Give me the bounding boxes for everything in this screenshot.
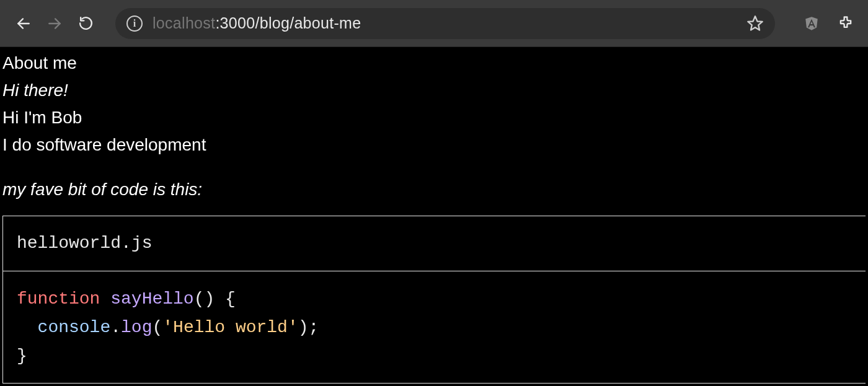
token-log: log [121, 318, 152, 337]
intro-line: Hi I'm Bob [2, 104, 866, 131]
forward-button[interactable] [45, 14, 64, 33]
url-path: :3000/blog/about-me [215, 14, 361, 32]
blank-line [2, 159, 866, 176]
arrow-left-icon [16, 15, 32, 32]
token-indent [17, 318, 38, 337]
token-brace-close: } [17, 346, 27, 366]
token-parens: () [194, 289, 215, 309]
svg-marker-2 [748, 16, 762, 30]
puzzle-icon [837, 15, 854, 32]
token-keyword: function [17, 289, 100, 309]
job-line: I do software development [2, 131, 866, 159]
url-host: localhost [153, 14, 215, 32]
page-title: About me [2, 50, 866, 77]
address-bar[interactable]: i localhost:3000/blog/about-me [115, 8, 775, 39]
token-dot: . [110, 318, 121, 337]
greeting-line: Hi there! [2, 77, 866, 104]
token-call-close: ) [298, 318, 309, 337]
shield-a-icon [804, 15, 820, 32]
token-function-name: sayHello [110, 289, 193, 309]
code-filename: helloworld.js [2, 216, 866, 271]
page-content: About me Hi there! Hi I'm Bob I do softw… [0, 47, 868, 386]
angular-devtools-icon[interactable] [804, 15, 820, 32]
extensions-button[interactable] [837, 15, 854, 32]
code-body: function sayHello() { console.log('Hello… [2, 271, 866, 383]
reload-button[interactable] [76, 14, 95, 33]
token-semicolon: ; [309, 318, 319, 337]
reload-icon [78, 15, 94, 31]
token-call-open: ( [152, 318, 162, 337]
code-block: helloworld.js function sayHello() { cons… [2, 216, 866, 384]
arrow-right-icon [46, 15, 63, 32]
token-brace-open: { [225, 289, 236, 309]
code-intro-line: my fave bit of code is this: [2, 176, 866, 203]
back-button[interactable] [14, 14, 33, 33]
url-text: localhost:3000/blog/about-me [153, 14, 737, 32]
browser-toolbar: i localhost:3000/blog/about-me [0, 0, 868, 47]
site-info-icon[interactable]: i [126, 15, 143, 32]
token-string: 'Hello world' [162, 318, 298, 337]
bookmark-button[interactable] [746, 15, 764, 32]
token-console: console [38, 318, 111, 337]
toolbar-right [804, 15, 854, 32]
star-icon [746, 15, 764, 32]
